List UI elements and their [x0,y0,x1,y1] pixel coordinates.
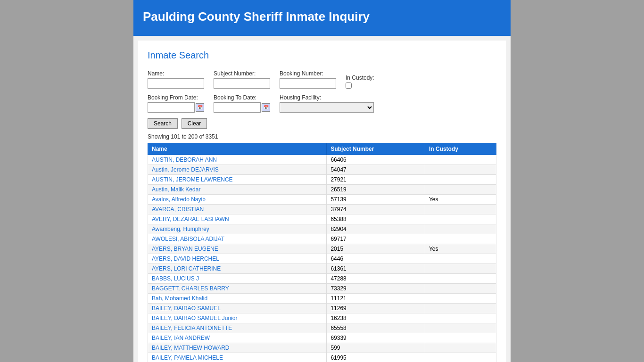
cell-subject: 65388 [327,214,425,224]
search-button[interactable]: Search [148,118,178,129]
cell-name: BAGGETT, CHARLES BARRY [148,284,327,294]
inmate-link[interactable]: AVERY, DEZARAE LASHAWN [152,216,229,222]
housing-select[interactable] [280,102,374,113]
cell-name: BAILEY, IAN ANDREW [148,333,327,343]
table-row: BAILEY, MATTHEW HOWARD599 [148,343,496,353]
cell-custody [425,205,496,214]
cell-subject: 6446 [327,254,425,264]
inmate-link[interactable]: AUSTIN, JEROME LAWRENCE [152,176,233,183]
table-row: AUSTIN, JEROME LAWRENCE27921 [148,175,496,185]
cell-name: Austin, Malik Kedar [148,185,327,195]
clear-button[interactable]: Clear [182,118,207,129]
inmate-link[interactable]: BAILEY, FELICIA ANTOINETTE [152,325,232,331]
table-body: AUSTIN, DEBORAH ANN66406Austin, Jerome D… [148,155,496,362]
cell-subject: 11269 [327,304,425,313]
cell-name: AYERS, LORI CATHERINE [148,264,327,274]
booking-label: Booking Number: [280,70,336,77]
cell-custody [425,313,496,323]
booking-to-label: Booking To Date: [214,94,270,101]
booking-to-input[interactable] [214,102,261,113]
booking-group: Booking Number: [280,70,336,89]
cell-subject: 69717 [327,234,425,244]
booking-from-input[interactable] [148,102,195,113]
cell-custody [425,254,496,264]
cell-custody [425,343,496,353]
cell-subject: 65558 [327,323,425,333]
cell-custody [425,224,496,234]
cell-name: BAILEY, MATTHEW HOWARD [148,343,327,353]
inmate-link[interactable]: Austin, Jerome DEJARVIS [152,166,219,173]
inmate-link[interactable]: Avalos, Alfredo Nayib [152,196,206,203]
name-input[interactable] [148,78,204,89]
subject-label: Subject Number: [214,70,270,77]
cell-name: BAILEY, DAIRAO SAMUEL Junior [148,313,327,323]
cell-custody [425,155,496,165]
booking-to-group: Booking To Date: 📅 [214,94,270,113]
table-row: BAILEY, DAIRAO SAMUEL Junior16238 [148,313,496,323]
inmate-link[interactable]: AYERS, LORI CATHERINE [152,265,221,272]
booking-input[interactable] [280,78,336,89]
table-row: Avalos, Alfredo Nayib57139Yes [148,195,496,205]
subject-input[interactable] [214,78,270,89]
col-name: Name [148,143,327,155]
cell-subject: 27921 [327,175,425,185]
inmate-link[interactable]: AYERS, BRYAN EUGENE [152,246,218,252]
app-container: Paulding County Sheriff Inmate Inquiry I… [133,0,511,362]
inmate-link[interactable]: AVARCA, CRISTIAN [152,206,204,213]
cell-custody [425,185,496,195]
inmate-link[interactable]: AWOLESI, ABISOLA ADIJAT [152,236,224,242]
table-row: BAILEY, PAMELA MICHELE61995 [148,353,496,362]
cell-name: AVARCA, CRISTIAN [148,205,327,214]
inmate-link[interactable]: Austin, Malik Kedar [152,186,200,193]
results-info: Showing 101 to 200 of 3351 [148,133,496,140]
cell-subject: 47288 [327,274,425,284]
cell-subject: 61361 [327,264,425,274]
inmate-link[interactable]: BABBS, LUCIUS J [152,275,199,282]
results-table: Name Subject Number In Custody AUSTIN, D… [148,143,496,362]
booking-from-label: Booking From Date: [148,94,204,101]
cell-name: AVERY, DEZARAE LASHAWN [148,214,327,224]
inmate-link[interactable]: BAILEY, DAIRAO SAMUEL [152,305,221,312]
inmate-link[interactable]: BAILEY, MATTHEW HOWARD [152,345,229,351]
cell-custody: Yes [425,195,496,205]
cell-subject: 2015 [327,244,425,254]
cell-subject: 82904 [327,224,425,234]
cell-custody [425,234,496,244]
inmate-link[interactable]: BAILEY, IAN ANDREW [152,335,210,341]
cell-name: AUSTIN, JEROME LAWRENCE [148,175,327,185]
table-row: BAILEY, FELICIA ANTOINETTE65558 [148,323,496,333]
inmate-link[interactable]: AUSTIN, DEBORAH ANN [152,156,217,163]
cell-name: Awambeng, Humphrey [148,224,327,234]
booking-to-calendar-icon[interactable]: 📅 [262,103,270,112]
subject-group: Subject Number: [214,70,270,89]
table-row: Awambeng, Humphrey82904 [148,224,496,234]
cell-subject: 16238 [327,313,425,323]
name-group: Name: [148,70,204,89]
inmate-link[interactable]: BAILEY, PAMELA MICHELE [152,354,223,361]
cell-subject: 73329 [327,284,425,294]
inmate-link[interactable]: AYERS, DAVID HERCHEL [152,255,219,262]
cell-name: AWOLESI, ABISOLA ADIJAT [148,234,327,244]
inmate-link[interactable]: BAGGETT, CHARLES BARRY [152,285,229,292]
cell-custody [425,353,496,362]
cell-name: AUSTIN, DEBORAH ANN [148,155,327,165]
inmate-link[interactable]: BAILEY, DAIRAO SAMUEL Junior [152,315,237,321]
booking-from-calendar-icon[interactable]: 📅 [196,103,204,112]
cell-name: BAILEY, DAIRAO SAMUEL [148,304,327,313]
table-row: AVERY, DEZARAE LASHAWN65388 [148,214,496,224]
custody-checkbox[interactable] [346,82,352,89]
table-row: BAGGETT, CHARLES BARRY73329 [148,284,496,294]
cell-subject: 69339 [327,333,425,343]
cell-name: Bah, Mohamed Khalid [148,294,327,304]
inmate-link[interactable]: Awambeng, Humphrey [152,226,209,232]
inmate-link[interactable]: Bah, Mohamed Khalid [152,295,207,302]
table-header-row: Name Subject Number In Custody [148,143,496,155]
table-row: AYERS, BRYAN EUGENE2015Yes [148,244,496,254]
name-label: Name: [148,70,204,77]
cell-name: BABBS, LUCIUS J [148,274,327,284]
booking-to-wrapper: 📅 [214,102,270,113]
main-content: Inmate Search Name: Subject Number: Book… [138,41,506,362]
cell-subject: 11121 [327,294,425,304]
cell-custody [425,165,496,175]
custody-group: In Custody: [346,74,374,89]
